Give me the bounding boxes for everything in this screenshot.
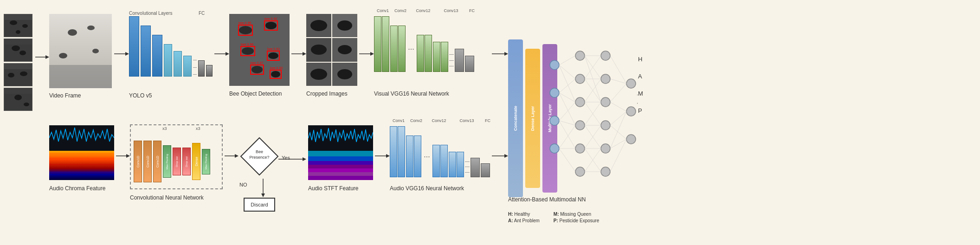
svg-point-113 <box>601 167 610 176</box>
svg-point-1 <box>10 20 17 25</box>
no-label: NO <box>239 180 247 188</box>
arrow-detection-to-cropped <box>291 50 306 59</box>
svg-point-53 <box>310 20 327 31</box>
svg-point-114 <box>626 79 636 88</box>
audio-vgg-label: Audio VGG16 Neural Network <box>390 184 464 192</box>
final-nn-label: Attention-Based Multimodal NN <box>508 195 586 203</box>
svg-text:bee 0.95: bee 0.95 <box>239 21 251 25</box>
detection-label: Bee Object Detection <box>229 89 282 97</box>
svg-rect-4 <box>4 14 32 20</box>
svg-point-6 <box>12 45 20 51</box>
svg-point-108 <box>601 51 610 60</box>
svg-marker-93 <box>386 154 390 158</box>
arrow-visualvgg-to-final <box>492 50 508 59</box>
arrow-no <box>259 179 267 199</box>
arrow-stft-to-audiovgg <box>375 152 390 161</box>
svg-point-116 <box>626 135 636 144</box>
svg-text:bee 0.91: bee 0.91 <box>267 47 280 51</box>
svg-point-98 <box>550 60 559 70</box>
svg-line-149 <box>610 102 626 111</box>
svg-point-104 <box>575 97 585 107</box>
svg-marker-82 <box>261 193 265 197</box>
svg-marker-97 <box>504 154 508 158</box>
svg-line-120 <box>559 79 575 93</box>
visual-vgg-label: Visual VGG16 Neural Network <box>374 89 449 97</box>
svg-point-2 <box>22 24 28 28</box>
arrow-audio-to-cnn <box>116 152 130 161</box>
svg-line-146 <box>610 56 626 84</box>
svg-rect-12 <box>4 64 32 69</box>
svg-line-125 <box>559 121 575 148</box>
svg-rect-87 <box>308 161 373 165</box>
arrow-cnn-to-diamond <box>225 152 239 161</box>
svg-marker-65 <box>370 52 374 56</box>
svg-point-61 <box>310 69 327 80</box>
svg-rect-85 <box>308 151 373 156</box>
svg-point-99 <box>550 88 559 97</box>
svg-marker-18 <box>45 55 49 59</box>
svg-point-103 <box>575 74 585 84</box>
svg-point-106 <box>575 144 585 153</box>
svg-point-25 <box>92 49 99 53</box>
svg-marker-51 <box>303 52 306 56</box>
svg-rect-88 <box>308 165 373 168</box>
svg-rect-16 <box>4 88 32 94</box>
svg-rect-8 <box>4 39 32 45</box>
svg-marker-27 <box>125 52 129 56</box>
svg-text:Presence?: Presence? <box>249 155 269 160</box>
arrow-yolo-to-detection <box>214 50 229 59</box>
svg-point-63 <box>337 69 352 79</box>
svg-marker-95 <box>504 52 508 56</box>
svg-text:bee 0.87: bee 0.87 <box>251 61 263 64</box>
svg-point-107 <box>575 167 585 176</box>
video-frame-label: Video Frame <box>49 91 81 99</box>
svg-point-15 <box>24 103 29 106</box>
svg-line-128 <box>559 148 575 172</box>
arrow-frames-to-video <box>35 53 49 63</box>
audio-vgg-conv-labels-top: Conv1 Conv2 Conv12 Conv13 FC <box>390 118 495 123</box>
svg-rect-70 <box>49 164 114 165</box>
svg-line-148 <box>610 84 626 102</box>
svg-text:bee 0.88: bee 0.88 <box>241 43 253 46</box>
svg-point-14 <box>14 95 22 100</box>
cnn-label: Convolutional Neural Network <box>130 193 204 201</box>
svg-point-22 <box>68 29 77 36</box>
bee-detection-image: bee 0.95 bee 0.92 bee 0.88 bee 0.91 bee … <box>229 14 290 86</box>
svg-rect-71 <box>49 172 114 173</box>
output-labels: H A M P <box>638 56 643 114</box>
svg-line-119 <box>559 65 575 102</box>
svg-line-150 <box>610 111 626 125</box>
arrow-yes <box>278 155 306 165</box>
svg-point-115 <box>626 107 636 116</box>
video-frame-image <box>49 14 112 88</box>
svg-point-23 <box>87 26 95 30</box>
svg-rect-68 <box>49 153 114 155</box>
svg-line-154 <box>610 139 626 172</box>
svg-point-44 <box>251 66 263 73</box>
svg-line-152 <box>610 111 626 148</box>
cnn-box: x3 x3 Conv1D Conv1D Conv1D Max Pooling D… <box>130 124 223 189</box>
svg-marker-29 <box>226 52 229 56</box>
svg-rect-21 <box>49 65 112 88</box>
bee-presence-diamond: Bee Presence? <box>239 135 280 177</box>
diagram-container: Video Frame Convolutional Layers FC Y <box>0 0 980 245</box>
cropped-label: Cropped Images <box>306 89 348 97</box>
svg-point-24 <box>59 53 67 58</box>
svg-point-35 <box>265 22 277 29</box>
yolo-blocks <box>129 16 213 77</box>
yolo-fc-label: FC <box>199 8 205 17</box>
svg-rect-67 <box>49 151 114 180</box>
svg-line-118 <box>559 65 575 79</box>
svg-point-38 <box>242 47 254 55</box>
svg-marker-75 <box>235 154 239 158</box>
svg-point-41 <box>268 52 278 59</box>
svg-line-123 <box>559 102 575 121</box>
svg-point-109 <box>601 74 610 84</box>
svg-line-122 <box>559 93 575 125</box>
audio-chroma <box>49 125 114 181</box>
nn-diagram <box>545 28 638 204</box>
discard-box: Discard <box>244 198 275 212</box>
svg-point-101 <box>550 144 559 153</box>
arrow-cropped-to-vgg <box>359 50 374 59</box>
svg-point-110 <box>601 97 610 107</box>
